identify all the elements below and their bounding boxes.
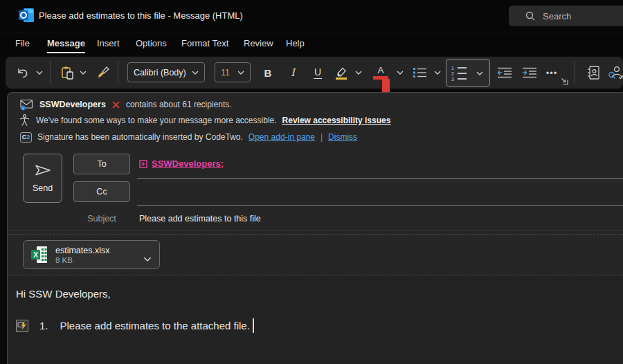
numbered-list-icon: 1 2 3 [451,65,467,82]
highlight-dropdown[interactable] [353,62,363,83]
highlight-button[interactable] [331,62,352,83]
numbering-digit: 3 [451,77,455,82]
underline-button[interactable]: U [307,62,328,83]
tab-options[interactable]: Options [136,38,167,52]
attachment-filesize: 8 KB [55,256,110,264]
recipients-group-name: SSWDevelopers [39,100,106,109]
recipient-chip[interactable]: SSWDevelopers; [139,158,224,169]
autocorrect-lightning-icon [17,320,28,331]
font-color-dropdown[interactable] [395,62,405,83]
increase-indent-icon [522,67,537,78]
paste-dropdown[interactable] [78,62,88,83]
increase-indent-button[interactable] [519,62,540,83]
attachment-dropdown[interactable] [143,252,152,264]
chevron-down-icon [36,71,43,75]
search-placeholder: Search [543,11,571,21]
accessibility-icon [19,114,30,127]
toolbar-separator [118,62,118,84]
search-input[interactable]: Search [509,6,623,26]
link-divider: | [320,132,323,142]
excel-letter: X [33,251,38,259]
font-size-combobox[interactable]: 11 [215,62,251,82]
list-text: Please add estimates to the attached fil… [60,320,250,331]
recipients-warning-bar: SSWDevelopers contains about 61 recipien… [20,98,232,111]
tab-review[interactable]: Review [244,38,273,52]
chevron-down-icon [434,71,441,75]
codetwo-icon-2: 2 [26,134,30,140]
remove-x-icon[interactable] [111,100,120,109]
decrease-indent-icon [497,67,512,78]
subject-label: Subject [73,214,130,224]
tab-insert[interactable]: Insert [97,38,120,52]
body-greeting: Hi SSW Developers, [16,288,111,300]
review-accessibility-link[interactable]: Review accessibility issues [282,116,391,125]
toolbar-separator [575,62,575,84]
paragraph-dialog-launcher[interactable] [561,75,568,88]
dismiss-link[interactable]: Dismiss [328,132,357,142]
italic-label: I [291,66,295,79]
cc-field-underline[interactable] [137,205,623,206]
bold-button[interactable]: B [258,62,278,83]
accessibility-notice-text: We've found some ways to make your messa… [36,116,277,125]
dialog-launcher-icon [561,78,568,85]
tab-help[interactable]: Help [286,38,305,52]
text-cursor [253,318,254,333]
chevron-down-icon [237,71,244,75]
bullet-list-icon [413,67,427,78]
more-commands-button[interactable]: ••• [541,62,562,83]
to-button[interactable]: To [73,154,130,174]
undo-icon [16,66,30,79]
title-bar: Please add estimates to this file - Mess… [0,0,623,31]
outlook-compose-window: { "window": { "title": "Please add estim… [0,0,623,364]
format-painter-button[interactable] [93,62,114,83]
bullets-button[interactable] [410,62,431,83]
check-names-button[interactable] [605,62,623,83]
open-addin-pane-link[interactable]: Open add-in pane [249,132,315,142]
ellipsis-icon: ••• [546,68,558,78]
body-list-item: 1. Please add estimates to the attached … [16,318,254,333]
italic-button[interactable]: I [282,62,303,83]
recipient-name[interactable]: SSWDevelopers; [152,158,224,169]
numbering-digit: 2 [451,71,455,76]
numbering-button-active[interactable]: 1 2 3 [446,59,490,87]
tab-format-text[interactable]: Format Text [181,38,228,52]
tab-file[interactable]: File [15,38,30,52]
chevron-down-icon [397,71,404,75]
message-body-editor[interactable]: Hi SSW Developers, 1. Please add estimat… [8,275,623,364]
compose-pane: SSWDevelopers contains about 61 recipien… [7,92,623,364]
decrease-indent-button[interactable] [494,62,515,83]
chevron-down-icon [192,71,199,75]
bold-label: B [264,67,272,79]
format-painter-icon [96,66,110,80]
font-name-combobox[interactable]: Calibri (Body) [127,62,205,82]
red-cursor-marker [382,79,390,92]
paste-button[interactable] [57,62,78,83]
outlook-app-icon [18,8,35,23]
ribbon-tab-bar: File Message Insert Options Format Text … [0,34,623,55]
expand-group-icon[interactable] [139,160,147,168]
tab-message[interactable]: Message [47,38,85,53]
bullets-dropdown[interactable] [432,62,442,83]
send-button[interactable]: Send [23,154,62,203]
numbering-digit: 1 [451,66,455,71]
attachment-meta: estimates.xlsx 8 KB [55,246,110,264]
attachment-chip[interactable]: X estimates.xlsx 8 KB [23,240,160,269]
attachment-well: X estimates.xlsx 8 KB [8,234,623,275]
ribbon-toolbar: Calibri (Body) 11 B I U A [6,57,623,89]
font-color-label: A [377,66,383,75]
autocorrect-options-button[interactable] [16,320,28,332]
undo-dropdown[interactable] [34,62,44,83]
cc-button[interactable]: Cc [73,181,130,202]
subject-input[interactable]: Please add estimates to this file [139,214,261,224]
highlighter-icon [334,66,348,80]
numbering-dropdown[interactable] [474,63,485,84]
undo-button[interactable] [12,62,33,83]
address-book-button[interactable] [583,62,604,83]
accessibility-notice-bar: We've found some ways to make your messa… [19,113,390,127]
send-label: Send [33,183,53,193]
recipients-warning-text: contains about 61 recipients. [126,100,232,109]
font-size-value: 11 [221,68,230,78]
chevron-down-icon [80,71,87,75]
codetwo-icon: C2 [20,132,32,143]
to-field-underline[interactable] [137,178,623,179]
